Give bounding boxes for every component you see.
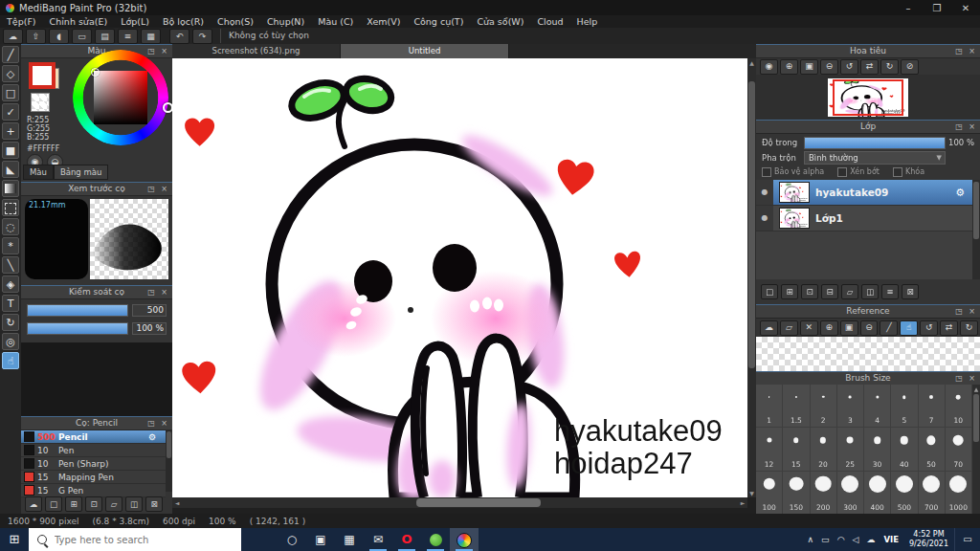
menu-blcr[interactable]: Bộ lọc(R) xyxy=(156,16,211,27)
scroll-left-icon[interactable]: ◄ xyxy=(172,499,182,506)
close-icon[interactable]: × xyxy=(969,47,977,55)
brush-opacity-value[interactable]: 100 % xyxy=(132,322,167,335)
brush-size-cell[interactable]: 1 xyxy=(756,385,783,428)
menu-cloud[interactable]: Cloud xyxy=(530,16,569,27)
language-indicator[interactable]: VIE xyxy=(879,535,903,544)
magic-wand-tool[interactable]: * xyxy=(2,237,19,254)
brush-list-scrollbar[interactable] xyxy=(166,430,172,492)
brush-size-cell[interactable]: 4 xyxy=(864,385,891,428)
brush-size-cell[interactable]: 25 xyxy=(837,428,864,471)
popout-icon[interactable]: ◳ xyxy=(955,374,965,383)
brush-folder-icon[interactable]: ▱ xyxy=(105,496,122,512)
menu-casw[interactable]: Cửa sổ(W) xyxy=(470,16,530,27)
layer-option[interactable]: Khóa xyxy=(893,167,924,177)
wifi-icon[interactable]: ◠ xyxy=(834,535,849,544)
close-icon[interactable]: × xyxy=(969,122,977,131)
canvas[interactable] xyxy=(172,58,747,497)
brush-size-value[interactable]: 500 xyxy=(132,304,167,317)
upload-ref-icon[interactable]: ☁ xyxy=(760,320,778,336)
zoom-fit-icon[interactable]: ▣ xyxy=(800,59,818,75)
store-icon[interactable]: ▦ xyxy=(335,528,364,551)
eyedropper-tool[interactable]: ◎ xyxy=(2,333,19,350)
eraser-tool[interactable]: ◇ xyxy=(2,65,19,82)
brush-size-cell[interactable]: 50 xyxy=(919,428,946,471)
brush-size-cell[interactable]: 100 xyxy=(756,472,783,515)
layer-folder-icon[interactable]: ▱ xyxy=(841,284,858,299)
add-brush-icon[interactable]: □ xyxy=(45,496,62,512)
action-center-icon[interactable]: ▭ xyxy=(954,528,980,551)
grid-settings-icon[interactable]: ▦ xyxy=(141,29,161,44)
brush-size-cell[interactable]: 20 xyxy=(811,428,837,471)
brush-size-cell[interactable]: 15 xyxy=(783,428,810,471)
mail-icon[interactable]: ✉ xyxy=(364,528,392,551)
speech-bubble-icon[interactable]: ▭ xyxy=(72,29,92,44)
medibang-icon[interactable] xyxy=(450,528,479,551)
duplicate-brush-icon[interactable]: ◫ xyxy=(125,496,143,512)
snap-tool[interactable]: ✓ xyxy=(2,103,19,121)
hand-tool[interactable]: ☝ xyxy=(2,352,19,369)
menu-help[interactable]: Help xyxy=(570,16,605,27)
menu-chnhsae[interactable]: Chỉnh sửa(E) xyxy=(43,16,115,27)
color-tab-màu[interactable]: Màu xyxy=(23,165,54,180)
edit-brush-icon[interactable]: ⊡ xyxy=(85,496,102,512)
brush-size-cell[interactable]: 500 xyxy=(891,472,918,515)
brush-size-cell[interactable]: 400 xyxy=(864,472,891,515)
popout-icon[interactable]: ◳ xyxy=(147,185,157,193)
foreground-color-swatch[interactable] xyxy=(29,62,56,89)
redo-icon[interactable]: ↷ xyxy=(192,29,212,44)
add-layer-icon[interactable]: □ xyxy=(761,284,778,299)
select-pen-tool[interactable]: ╲ xyxy=(2,256,19,274)
list-settings-icon[interactable]: ≡ xyxy=(118,29,138,44)
gradient-tool[interactable] xyxy=(2,180,19,197)
tray-expand-icon[interactable]: ∧ xyxy=(804,535,818,544)
brush-size-slider[interactable] xyxy=(27,304,128,317)
brush-opacity-slider[interactable] xyxy=(27,322,128,335)
start-button[interactable]: ⊞ xyxy=(0,528,29,551)
ref-zoom-fit-icon[interactable]: ▣ xyxy=(840,320,858,336)
add-brush-menu-icon[interactable]: ⊞ xyxy=(65,496,82,512)
close-ref-icon[interactable]: ✕ xyxy=(800,320,818,336)
close-icon[interactable]: × xyxy=(969,374,977,383)
bucket-tool[interactable]: ◣ xyxy=(2,161,19,178)
brush-size-cell[interactable]: 7 xyxy=(919,385,946,428)
menu-chpn[interactable]: Chụp(N) xyxy=(260,16,311,27)
cloud-brush-icon[interactable]: ☁ xyxy=(25,496,42,512)
saturation-value-square[interactable] xyxy=(94,71,147,124)
brush-item[interactable]: 500Pencil⚙ xyxy=(21,430,166,444)
menu-xemv[interactable]: Xem(V) xyxy=(360,16,407,27)
delete-brush-icon[interactable]: ⊠ xyxy=(145,496,163,512)
popout-icon[interactable]: ◳ xyxy=(147,288,157,297)
lasso-tool[interactable]: ◌ xyxy=(2,218,19,235)
lock-icon[interactable]: ⊘ xyxy=(901,59,919,75)
duplicate-layer-icon[interactable]: ◫ xyxy=(861,284,879,299)
reference-content[interactable] xyxy=(756,337,980,372)
brush-size-scrollbar[interactable]: ▲ xyxy=(972,385,980,515)
clock[interactable]: 4:52 PM 9/26/2021 xyxy=(903,530,954,549)
brush-size-cell[interactable]: 1.5 xyxy=(783,385,810,428)
menu-tpf[interactable]: Tệp(F) xyxy=(0,16,43,27)
cloud-icon[interactable]: ☁ xyxy=(3,29,23,44)
ref-pencil-icon[interactable]: ╱ xyxy=(880,320,898,336)
checkbox-icon[interactable] xyxy=(837,167,847,177)
brush-size-cell[interactable]: 70 xyxy=(946,428,972,471)
layer-opacity-slider[interactable] xyxy=(804,137,946,149)
flip-horizontal-icon[interactable]: ⇄ xyxy=(860,59,879,75)
transparent-color-swatch[interactable] xyxy=(31,93,50,112)
blend-select[interactable]: Bình thường ▼ xyxy=(804,151,946,165)
move-tool[interactable]: + xyxy=(2,122,19,140)
popout-icon[interactable]: ◳ xyxy=(147,419,157,428)
layer-row[interactable]: ●Lớp1 xyxy=(756,206,972,231)
scroll-up-icon[interactable]: ▲ xyxy=(747,59,756,66)
select-eraser-tool[interactable]: ◈ xyxy=(2,276,19,293)
add-layer-menu-icon[interactable]: ⊟ xyxy=(821,284,838,299)
zoom-actual-icon[interactable]: ◉ xyxy=(760,59,778,75)
brush-size-cell[interactable]: 1000 xyxy=(946,472,972,515)
ref-zoom-out-icon[interactable]: ⊖ xyxy=(860,320,879,336)
close-icon[interactable]: × xyxy=(161,47,169,55)
checkbox-icon[interactable] xyxy=(762,167,771,177)
zoom-in-icon[interactable]: ⊕ xyxy=(780,59,798,75)
close-button[interactable]: ✕ xyxy=(951,3,980,13)
scroll-up-icon[interactable]: ▲ xyxy=(972,386,980,392)
restore-button[interactable]: ❐ xyxy=(923,3,951,13)
scroll-down-icon[interactable]: ▼ xyxy=(747,490,756,496)
